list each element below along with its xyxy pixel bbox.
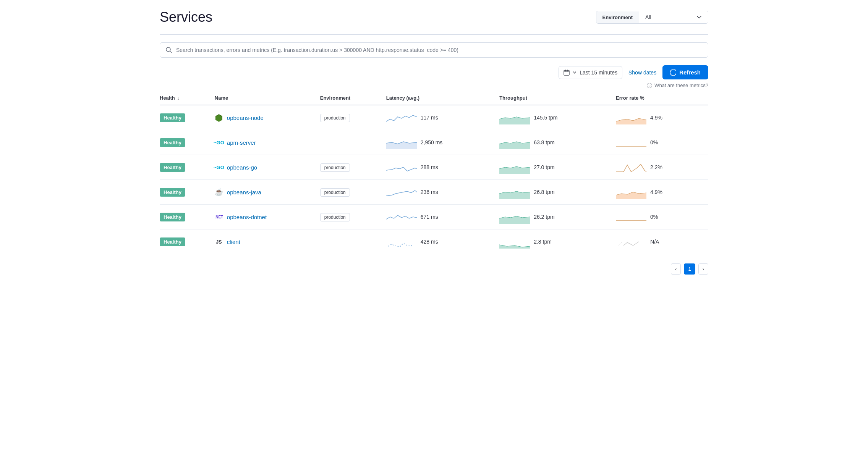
table-row: Healthy JS client 428 ms 2.8 tpm N/A xyxy=(160,229,708,254)
health-cell-4: Healthy xyxy=(160,205,212,229)
health-cell-1: Healthy xyxy=(160,130,212,155)
svg-point-0 xyxy=(166,47,170,52)
error-rate-cell-5: N/A xyxy=(613,229,708,254)
name-cell-0: opbeans-node xyxy=(212,105,317,130)
table-row: Healthy .NET opbeans-dotnet production 6… xyxy=(160,205,708,229)
metrics-help: ? What are these metrics? xyxy=(160,82,708,88)
latency-cell-3: 236 ms xyxy=(383,180,496,205)
service-link-2[interactable]: opbeans-go xyxy=(227,164,257,171)
service-link-3[interactable]: opbeans-java xyxy=(227,189,261,195)
time-range-selector[interactable]: Last 15 minutes xyxy=(559,66,622,79)
health-cell-5: Healthy xyxy=(160,229,212,254)
health-badge: Healthy xyxy=(160,213,185,221)
latency-cell-2: 288 ms xyxy=(383,155,496,180)
env-badge: production xyxy=(320,213,350,221)
error-rate-cell-1: 0% xyxy=(613,130,708,155)
page-title: Services xyxy=(160,9,212,25)
error-rate-cell-3: 4.9% xyxy=(613,180,708,205)
error-rate-cell-2: 2.2% xyxy=(613,155,708,180)
environment-cell-3: production xyxy=(317,180,383,205)
health-badge: Healthy xyxy=(160,113,185,122)
health-badge: Healthy xyxy=(160,138,185,147)
calendar-icon xyxy=(564,69,570,76)
java-icon: ☕ xyxy=(215,188,223,196)
col-environment[interactable]: Environment xyxy=(317,91,383,105)
col-error-rate[interactable]: Error rate % xyxy=(613,91,708,105)
show-dates-button[interactable]: Show dates xyxy=(627,66,658,79)
svg-line-17 xyxy=(618,242,622,246)
col-health[interactable]: Health ↓ xyxy=(160,91,212,105)
env-badge: production xyxy=(320,163,350,172)
chevron-down-icon xyxy=(696,15,702,20)
refresh-button[interactable]: Refresh xyxy=(662,65,708,79)
name-cell-3: ☕ opbeans-java xyxy=(212,180,317,205)
service-link-1[interactable]: apm-server xyxy=(227,139,256,146)
throughput-cell-2: 27.0 tpm xyxy=(496,155,613,180)
refresh-icon xyxy=(670,69,676,76)
svg-text:?: ? xyxy=(649,84,651,88)
environment-cell-2: production xyxy=(317,155,383,180)
throughput-cell-5: 2.8 tpm xyxy=(496,229,613,254)
search-placeholder: Search transactions, errors and metrics … xyxy=(176,47,458,53)
prev-page-button[interactable]: ‹ xyxy=(671,263,681,275)
help-icon: ? xyxy=(647,83,652,88)
error-rate-cell-0: 4.9% xyxy=(613,105,708,130)
calendar-chevron-icon xyxy=(573,71,577,74)
health-badge: Healthy xyxy=(160,163,185,172)
svg-marker-7 xyxy=(616,118,646,124)
col-latency[interactable]: Latency (avg.) xyxy=(383,91,496,105)
env-selector-label: Environment xyxy=(596,11,639,23)
dotnet-icon: .NET xyxy=(214,215,223,219)
service-link-4[interactable]: opbeans-dotnet xyxy=(227,214,267,220)
go-icon: ~GO xyxy=(214,140,224,145)
health-cell-0: Healthy xyxy=(160,105,212,130)
name-cell-2: ~GO opbeans-go xyxy=(212,155,317,180)
metrics-help-text: What are these metrics? xyxy=(654,82,708,88)
col-throughput[interactable]: Throughput xyxy=(496,91,613,105)
table-row: Healthy ~GO apm-server 2,950 ms 63.8 tpm xyxy=(160,130,708,155)
environment-cell-4: production xyxy=(317,205,383,229)
name-cell-1: ~GO apm-server xyxy=(212,130,317,155)
health-cell-2: Healthy xyxy=(160,155,212,180)
go-icon: ~GO xyxy=(214,165,224,170)
node-icon xyxy=(215,113,223,122)
sort-icon: ↓ xyxy=(177,96,180,100)
time-range-text: Last 15 minutes xyxy=(580,69,617,76)
throughput-cell-3: 26.8 tpm xyxy=(496,180,613,205)
next-page-button[interactable]: › xyxy=(698,263,708,275)
table-row: Healthy ☕ opbeans-java production 236 ms… xyxy=(160,180,708,205)
js-icon: JS xyxy=(216,239,222,245)
latency-cell-0: 117 ms xyxy=(383,105,496,130)
header-divider xyxy=(160,34,708,35)
latency-cell-5: 428 ms xyxy=(383,229,496,254)
latency-cell-1: 2,950 ms xyxy=(383,130,496,155)
env-badge: production xyxy=(320,114,350,122)
environment-cell-5 xyxy=(317,229,383,254)
error-rate-cell-4: 0% xyxy=(613,205,708,229)
table-row: Healthy ~GO opbeans-go production 288 ms… xyxy=(160,155,708,180)
table-row: Healthy opbeans-node production 117 ms 1… xyxy=(160,105,708,130)
pagination: ‹ 1 › xyxy=(160,263,708,275)
search-bar[interactable]: Search transactions, errors and metrics … xyxy=(160,42,708,58)
throughput-cell-4: 26.2 tpm xyxy=(496,205,613,229)
env-selector-value[interactable]: All xyxy=(639,11,708,23)
services-table: Health ↓ Name Environment Latency (avg.)… xyxy=(160,91,708,254)
service-link-5[interactable]: client xyxy=(227,239,240,245)
search-icon xyxy=(165,47,172,53)
service-link-0[interactable]: opbeans-node xyxy=(227,115,264,121)
throughput-cell-1: 63.8 tpm xyxy=(496,130,613,155)
environment-selector[interactable]: Environment All xyxy=(596,11,708,24)
name-cell-5: JS client xyxy=(212,229,317,254)
environment-cell-0: production xyxy=(317,105,383,130)
name-cell-4: .NET opbeans-dotnet xyxy=(212,205,317,229)
latency-cell-4: 671 ms xyxy=(383,205,496,229)
environment-cell-1 xyxy=(317,130,383,155)
controls-row: Last 15 minutes Show dates Refresh xyxy=(160,65,708,79)
page-1-button[interactable]: 1 xyxy=(684,263,695,275)
throughput-cell-0: 145.5 tpm xyxy=(496,105,613,130)
env-badge: production xyxy=(320,188,350,197)
col-name[interactable]: Name xyxy=(212,91,317,105)
health-badge: Healthy xyxy=(160,188,185,197)
health-cell-3: Healthy xyxy=(160,180,212,205)
health-badge: Healthy xyxy=(160,237,185,246)
